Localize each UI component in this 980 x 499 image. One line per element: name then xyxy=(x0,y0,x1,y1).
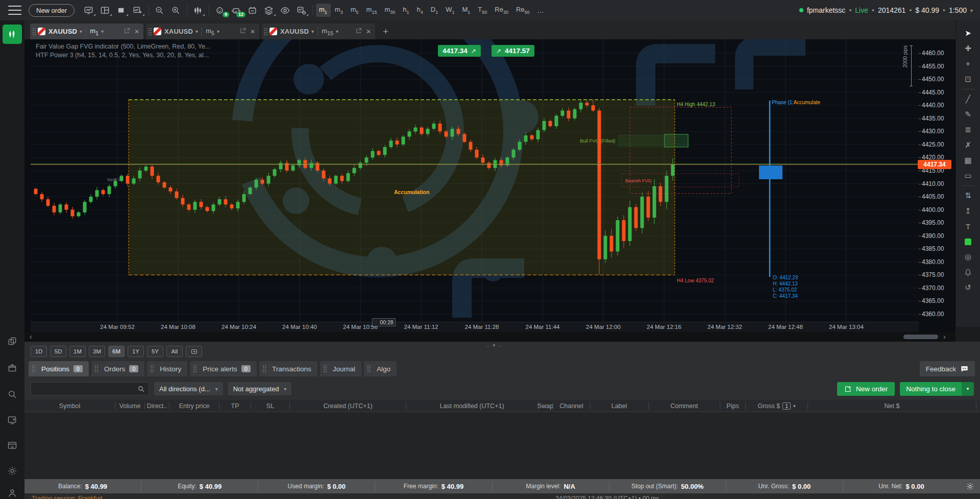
window-arrow-icon[interactable] xyxy=(7,440,17,450)
chart-scrollbar[interactable]: ‹ › xyxy=(24,332,955,342)
range-button-6m[interactable]: 6M xyxy=(108,346,125,357)
range-button-1y[interactable]: 1Y xyxy=(128,346,144,357)
tab-drag-handle[interactable] xyxy=(150,365,154,373)
timeframe-m1[interactable]: m1 xyxy=(316,4,331,17)
close-tab-icon[interactable]: ✕ xyxy=(250,28,255,35)
range-button-all[interactable]: All xyxy=(166,346,183,357)
bots-icon[interactable]: 12 xyxy=(229,3,244,17)
chevron-down-icon[interactable]: ▾ xyxy=(962,382,974,396)
detach-tab-icon[interactable] xyxy=(239,28,246,36)
new-order-button[interactable]: New order xyxy=(29,4,75,17)
tab-price-alerts[interactable]: Price alerts0 xyxy=(190,361,257,376)
export-icon[interactable]: ↥ xyxy=(961,204,976,218)
column-volume[interactable]: Volume xyxy=(115,402,145,410)
tab-drag-handle[interactable] xyxy=(32,365,35,373)
close-tab-icon[interactable]: ✕ xyxy=(134,28,139,35)
indicator-label-htf[interactable]: HTF Power 3 (h4, 15, 14, 0.5, 2, Yes, Ye… xyxy=(36,52,209,59)
timeframe-T50[interactable]: T50 xyxy=(475,4,491,17)
timeframe-h4[interactable]: h4 xyxy=(414,4,427,17)
chevron-down-icon[interactable]: ▾ xyxy=(793,403,796,409)
profile-icon[interactable] xyxy=(7,488,17,498)
chart-window-icon[interactable] xyxy=(81,3,96,17)
brush-icon[interactable]: ✗ xyxy=(961,138,976,152)
tab-drag-handle[interactable] xyxy=(262,365,266,373)
text-tool-icon[interactable]: T xyxy=(961,220,976,233)
tab-drag-handle[interactable] xyxy=(32,28,36,36)
copy-pages-icon[interactable] xyxy=(7,336,17,346)
timeframe-h1[interactable]: h1 xyxy=(400,4,412,17)
tab-drag-handle[interactable] xyxy=(94,365,98,373)
status-settings-gear-icon[interactable] xyxy=(960,482,980,491)
edit-panel-icon[interactable] xyxy=(7,415,17,425)
column-net-[interactable]: Net $ xyxy=(808,402,976,410)
layout-icon[interactable] xyxy=(97,3,113,17)
trendline-icon[interactable]: ╱ xyxy=(961,92,976,106)
tab-drag-handle[interactable] xyxy=(193,365,197,373)
chart-tab-xauusd-m1[interactable]: XAUUSD▾m1▾✕ xyxy=(30,23,143,39)
active-chart-tile[interactable] xyxy=(3,25,22,44)
indicator-label-fvg[interactable]: Fair Value Gap FVG indicator (500, LimeG… xyxy=(36,43,210,50)
rectangle-icon[interactable]: ▭ xyxy=(961,169,976,182)
column-created-utc-1-[interactable]: Created (UTC+1) xyxy=(290,402,406,410)
eye-icon[interactable] xyxy=(278,3,293,17)
gross-page-box[interactable]: 1 xyxy=(782,402,791,410)
plugins-icon[interactable] xyxy=(245,3,260,17)
menu-icon[interactable] xyxy=(8,6,21,15)
timeframe-m30[interactable]: m30 xyxy=(381,4,399,17)
settings-gear-icon[interactable] xyxy=(7,466,17,476)
undo-history-icon[interactable]: ↺ xyxy=(961,281,976,294)
column-tp[interactable]: TP xyxy=(219,402,251,410)
column-pips[interactable]: Pips xyxy=(720,402,746,410)
column-symbol[interactable]: Symbol xyxy=(24,402,115,410)
candlestick-chart[interactable]: Bull FVG (Filled) Bearish FVG H4 High 44… xyxy=(31,39,919,322)
column-comment[interactable]: Comment xyxy=(649,402,720,410)
chart-area[interactable]: Bull FVG (Filled) Bearish FVG H4 High 44… xyxy=(24,39,955,342)
scroll-left-icon[interactable]: ‹ xyxy=(30,332,32,341)
zoom-out-icon[interactable] xyxy=(152,3,167,17)
symbol-caret-icon[interactable]: ▾ xyxy=(195,29,198,34)
close-tab-icon[interactable]: ✕ xyxy=(366,28,371,35)
robots-icon[interactable]: 9 xyxy=(212,3,228,17)
feedback-button[interactable]: Feedback xyxy=(920,361,975,376)
timeframe-m15[interactable]: m15 xyxy=(363,4,381,17)
symbol-caret-icon[interactable]: ▾ xyxy=(80,29,82,34)
range-button-3m[interactable]: 3M xyxy=(89,346,105,357)
tab-positions[interactable]: Positions0 xyxy=(29,361,89,376)
scroll-right-icon[interactable]: › xyxy=(943,332,946,341)
column-label[interactable]: Label xyxy=(590,402,649,410)
target-icon[interactable]: ⌖ xyxy=(961,57,976,70)
tab-drag-handle[interactable] xyxy=(323,365,327,373)
account-caret-icon[interactable]: ▾ xyxy=(970,8,973,13)
price-axis[interactable]: 4460.004455.004450.004445.004440.004435.… xyxy=(919,39,955,322)
alerts-bell-icon[interactable] xyxy=(961,266,976,279)
chart-tab-xauusd-m15[interactable]: XAUUSD▾m15▾✕ xyxy=(262,23,375,39)
tab-timeframe[interactable]: m1 xyxy=(86,27,99,36)
tab-drag-handle[interactable] xyxy=(367,365,371,373)
aggregation-select[interactable]: Not aggregated ▾ xyxy=(228,382,292,395)
scroll-thumb[interactable] xyxy=(903,335,938,339)
box-icon[interactable] xyxy=(7,363,17,373)
detach-tab-icon[interactable] xyxy=(124,28,130,36)
range-button-1d[interactable]: 1D xyxy=(31,346,47,357)
close-positions-split-button[interactable]: Nothing to close ▾ xyxy=(900,382,974,396)
more-timeframes-button[interactable]: … xyxy=(534,5,548,16)
tab-drag-handle[interactable] xyxy=(264,28,267,36)
crosshair-icon[interactable]: ✚ xyxy=(961,42,976,55)
timeframe-Re50[interactable]: Re50 xyxy=(513,4,533,17)
add-chart-tab-button[interactable]: + xyxy=(378,26,394,39)
timeframe-W1[interactable]: W1 xyxy=(443,4,458,17)
tab-journal[interactable]: Journal xyxy=(320,361,361,376)
indicators-icon[interactable] xyxy=(190,3,206,17)
timeframe-m5[interactable]: m5 xyxy=(348,4,362,17)
cursor-icon[interactable]: ➤ xyxy=(961,27,976,40)
pattern-icon[interactable]: ▦ xyxy=(961,154,976,167)
column-sl[interactable]: SL xyxy=(251,402,290,410)
timeframe-caret-icon[interactable]: ▾ xyxy=(217,29,219,34)
search-input[interactable] xyxy=(31,385,137,393)
zoom-in-icon[interactable] xyxy=(168,3,184,17)
pencil-icon[interactable]: ✎ xyxy=(961,108,976,121)
chart-tab-xauusd-m5[interactable]: XAUUSD▾m5▾✕ xyxy=(146,23,259,39)
symbol-caret-icon[interactable]: ▾ xyxy=(311,29,314,34)
scope-icon[interactable]: ◎ xyxy=(961,250,976,264)
range-button-1m[interactable]: 1M xyxy=(69,346,86,357)
